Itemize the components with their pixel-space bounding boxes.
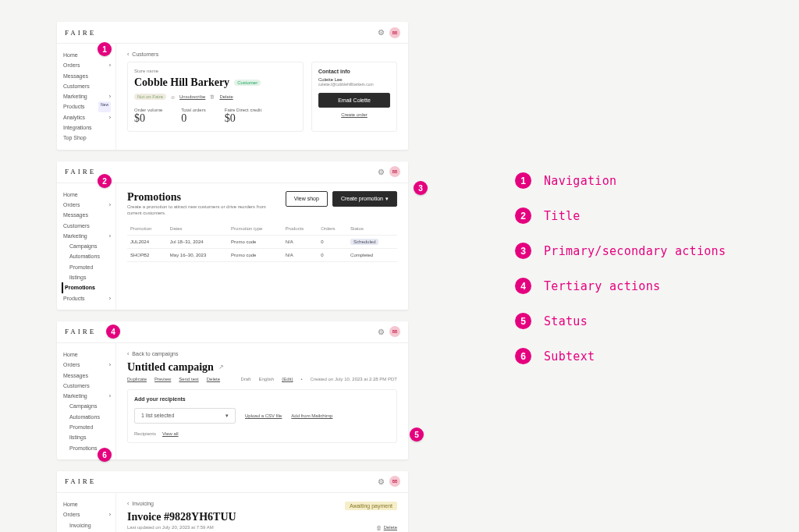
marker-2: 2 bbox=[98, 174, 112, 188]
stat-value: $0 bbox=[134, 112, 162, 125]
sidebar-item[interactable]: Marketing› bbox=[63, 231, 115, 241]
breadcrumb[interactable]: ‹Customers bbox=[127, 51, 397, 57]
marker-6: 6 bbox=[98, 448, 112, 462]
sidebar-item[interactable]: Messages bbox=[63, 71, 115, 81]
legend-label: Tertiary actions bbox=[544, 279, 660, 293]
settings-icon[interactable]: ⚙ bbox=[378, 477, 385, 486]
view-all-link[interactable]: View all bbox=[162, 431, 179, 436]
duplicate-action[interactable]: Duplicate bbox=[127, 377, 147, 381]
legend-label: Navigation bbox=[544, 174, 616, 188]
unsubscribe-link[interactable]: Unsubscribe bbox=[179, 94, 205, 99]
external-link-icon[interactable]: ↗ bbox=[218, 364, 224, 371]
mailchimp-link[interactable]: Add from Mailchimp bbox=[291, 413, 332, 418]
sidebar-item[interactable]: Home bbox=[63, 349, 115, 360]
table-row[interactable]: SHOPB2May 16–30, 2023Promo codeN/A0Compl… bbox=[127, 249, 397, 262]
page-title: Cobble Hill Barkery bbox=[134, 76, 229, 89]
contact-header: Contact info bbox=[318, 69, 390, 74]
brand-logo[interactable]: FAIRE bbox=[65, 477, 96, 485]
sidebar-item[interactable]: Promoted listings bbox=[63, 262, 115, 283]
brand-logo[interactable]: FAIRE bbox=[65, 328, 96, 335]
status-badge: Not on Faire bbox=[134, 94, 166, 100]
legend-label: Primary/secondary actions bbox=[544, 244, 726, 258]
sidebar-item[interactable]: ProductsNew bbox=[63, 101, 115, 112]
brand-logo[interactable]: FAIRE bbox=[65, 168, 96, 176]
breadcrumb[interactable]: ‹Invoicing bbox=[127, 501, 154, 506]
panel-invoice: FAIRE⚙BB Home Orders› Invoicing Payouts … bbox=[57, 471, 408, 532]
preview-action[interactable]: Preview bbox=[154, 377, 171, 381]
marker-3: 3 bbox=[414, 181, 428, 195]
topbar: FAIRE ⚙ BB bbox=[57, 22, 408, 44]
trash-icon: 🗑 bbox=[376, 525, 382, 530]
sidebar-item[interactable]: Marketing› bbox=[63, 91, 115, 101]
avatar[interactable]: BB bbox=[389, 326, 400, 337]
page-subtext: Last updated on July 20, 2023 at 7:59 AM bbox=[127, 525, 214, 530]
legend-num: 6 bbox=[515, 348, 531, 364]
sidebar-item[interactable]: Messages bbox=[63, 371, 115, 381]
delete-link[interactable]: Delete bbox=[384, 525, 397, 530]
table-row[interactable]: JUL2024Jul 18–31, 2024Promo codeN/A0Sche… bbox=[127, 236, 397, 249]
sidebar-item[interactable]: Analytics› bbox=[63, 112, 115, 122]
sidebar-item[interactable]: Orders› bbox=[63, 360, 115, 370]
avatar[interactable]: BB bbox=[389, 27, 400, 38]
breadcrumb[interactable]: ‹Back to campaigns bbox=[127, 351, 397, 356]
sidebar-item[interactable]: Invoicing bbox=[63, 520, 115, 530]
sidebar-item[interactable]: Customers bbox=[63, 381, 115, 391]
brand-logo[interactable]: FAIRE bbox=[65, 29, 96, 37]
sidebar-item[interactable]: Automations bbox=[63, 251, 115, 261]
email-button[interactable]: Email Colette bbox=[318, 93, 390, 108]
legend-label: Subtext bbox=[544, 349, 595, 364]
sidebar-item[interactable]: Customers bbox=[63, 81, 115, 91]
draft-status: Draft bbox=[240, 377, 250, 381]
legend-label: Title bbox=[544, 209, 581, 223]
legend-num: 4 bbox=[515, 278, 531, 294]
legend: 1Navigation 2Title 3Primary/secondary ac… bbox=[515, 172, 726, 364]
create-order-link[interactable]: Create order bbox=[318, 112, 390, 117]
unsubscribe-icon: ⊘ bbox=[171, 94, 175, 100]
create-promotion-button[interactable]: Create promotion▾ bbox=[332, 191, 397, 207]
sidebar-item[interactable]: Products› bbox=[63, 293, 115, 303]
trash-icon: 🗑 bbox=[210, 94, 215, 99]
send-test-action[interactable]: Send test bbox=[179, 377, 198, 381]
sidebar-item[interactable]: Promotions bbox=[62, 282, 115, 293]
sidebar-item[interactable]: Campaigns bbox=[63, 401, 115, 411]
sidebar: Home Orders› Messages Customers Marketin… bbox=[57, 44, 115, 150]
status-badge: Awaiting payment bbox=[345, 502, 397, 510]
recipient-select[interactable]: 1 list selected▾ bbox=[134, 408, 236, 424]
marker-5: 5 bbox=[410, 427, 424, 442]
sidebar-item[interactable]: Orders› bbox=[63, 60, 115, 70]
sidebar-item[interactable]: Integrations bbox=[63, 122, 115, 133]
page-title: Untitled campaign bbox=[127, 361, 214, 374]
upload-csv-link[interactable]: Upload a CSV file bbox=[245, 413, 282, 418]
legend-num: 1 bbox=[515, 172, 531, 189]
delete-link[interactable]: Delete bbox=[219, 94, 233, 99]
panel-campaign: FAIRE⚙BB Home Orders› Messages Customers… bbox=[57, 321, 408, 459]
delete-action[interactable]: Delete bbox=[207, 377, 220, 381]
legend-num: 3 bbox=[515, 243, 531, 259]
sidebar-item[interactable]: Customers bbox=[63, 221, 115, 231]
settings-icon[interactable]: ⚙ bbox=[378, 168, 385, 176]
settings-icon[interactable]: ⚙ bbox=[378, 28, 385, 37]
view-shop-button[interactable]: View shop bbox=[286, 191, 328, 207]
sidebar-item[interactable]: Orders› bbox=[63, 509, 115, 520]
sidebar-item[interactable]: Automations bbox=[63, 412, 115, 422]
sidebar-item[interactable]: Home bbox=[63, 499, 115, 509]
sidebar-item[interactable]: Home bbox=[63, 190, 115, 200]
lang-label: English bbox=[258, 377, 274, 381]
marker-4: 4 bbox=[106, 325, 120, 339]
field-label: Store name bbox=[134, 69, 297, 73]
sidebar-item[interactable]: Marketing› bbox=[63, 391, 115, 401]
edit-lang[interactable]: (Edit) bbox=[282, 377, 293, 381]
page-title: Invoice #9828YH6TUU bbox=[127, 511, 397, 523]
section-header: Add your recipients bbox=[134, 396, 390, 402]
page-title: Promotions bbox=[127, 191, 268, 204]
sidebar-item[interactable]: Top Shop bbox=[63, 133, 115, 143]
sidebar-item[interactable]: Promoted listings bbox=[63, 422, 115, 443]
settings-icon[interactable]: ⚙ bbox=[378, 328, 385, 336]
stat-value: 0 bbox=[181, 112, 205, 125]
sidebar-item[interactable]: Messages bbox=[63, 210, 115, 220]
avatar[interactable]: BB bbox=[389, 476, 400, 487]
sidebar-item[interactable]: Campaigns bbox=[63, 241, 115, 251]
sidebar-item[interactable]: Orders› bbox=[63, 200, 115, 210]
legend-label: Status bbox=[544, 314, 588, 328]
avatar[interactable]: BB bbox=[389, 166, 400, 177]
